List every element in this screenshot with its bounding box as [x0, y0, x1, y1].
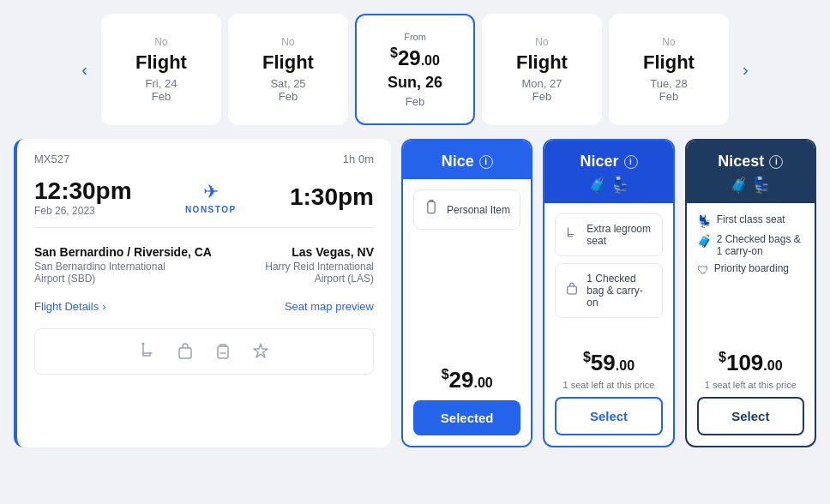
date-label: Tue, 28Feb [650, 77, 688, 103]
nice-feature-box: Personal Item [413, 189, 520, 230]
personal-item-text: Personal Item [447, 204, 510, 216]
month-label: Feb [406, 95, 424, 108]
nonstop-label: NONSTOP [185, 205, 237, 214]
prev-date-arrow[interactable]: ‹ [75, 53, 94, 87]
nicest-price-area: $109.00 1 seat left at this price Select [687, 343, 815, 446]
svg-rect-3 [428, 201, 435, 213]
nice-info-badge[interactable]: i [479, 155, 493, 169]
next-date-arrow[interactable]: › [736, 53, 755, 87]
flight-details-link[interactable]: Flight Details › [34, 300, 105, 313]
date-label: Fri, 24Feb [146, 77, 177, 103]
flight-label: Flight [643, 51, 695, 74]
nicest-bags: 🧳 2 Checked bags & 1 carry-on [697, 233, 804, 257]
nicest-firstclass: 💺 First class seat [697, 213, 804, 228]
nicer-icons: 🧳 💺 [588, 176, 629, 195]
flight-times: 12:30pm Feb 26, 2023 ✈ NONSTOP 1:30pm [34, 177, 374, 217]
origin-info: San Bernardino / Riverside, CA San Berna… [34, 245, 212, 285]
nicer-bag-box: 1 Checked bag & carry-on [555, 263, 662, 318]
origin-airport: San Bernardino International Airport (SB… [34, 261, 171, 285]
svg-rect-4 [568, 286, 577, 294]
svg-point-0 [142, 343, 145, 345]
carry-on-icon [208, 336, 238, 367]
date-label: Sat, 25Feb [270, 77, 305, 103]
nicest-priority: 🛡 Priority boarding [697, 262, 804, 277]
bags-icon: 🧳 [697, 234, 712, 248]
price-from-label: From [404, 32, 426, 42]
dest-info: Las Vegas, NV Harry Reid International A… [237, 245, 374, 285]
depart-date: Feb 26, 2023 [34, 205, 132, 217]
date-big: Sun, 26 [388, 74, 442, 92]
date-card-tue28[interactable]: No Flight Tue, 28Feb [609, 14, 729, 125]
svg-rect-1 [179, 348, 191, 358]
no-flight-label: No [535, 36, 548, 48]
dest-airport: Harry Reid International Airport (LAS) [237, 261, 374, 285]
nice-price: $29.00 [442, 367, 493, 393]
flight-label: Flight [516, 51, 568, 74]
nicest-features-list: 💺 First class seat 🧳 2 Checked bags & 1 … [697, 213, 804, 277]
nicer-title: Nicer i [580, 153, 637, 171]
arrive-block: 1:30pm [290, 183, 374, 211]
nicer-price: $59.00 [583, 350, 635, 376]
nicest-select-button[interactable]: Select [697, 397, 804, 435]
flight-links-row: Flight Details › Seat map preview [34, 300, 374, 313]
nicer-header: Nicer i 🧳 💺 [544, 141, 672, 203]
nicest-title: Nicest i [718, 153, 783, 171]
nice-title: Nice i [442, 153, 493, 171]
priority-board-icon: 🛡 [697, 263, 709, 277]
nicest-icons: 🧳 💺 [730, 176, 771, 195]
nicer-body: Extra legroom seat 1 Checked bag & carry… [544, 203, 672, 343]
nicer-select-button[interactable]: Select [555, 397, 662, 435]
date-card-fri24[interactable]: No Flight Fri, 24Feb [101, 14, 221, 125]
nicest-seats-left: 1 seat left at this price [705, 380, 797, 390]
nicer-seats-left: 1 seat left at this price [562, 380, 654, 390]
nicest-header: Nicest i 🧳 💺 [687, 141, 815, 203]
legroom-icon [564, 225, 580, 245]
flight-header: MX527 1h 0m [34, 153, 374, 165]
no-flight-label: No [281, 36, 294, 48]
fare-card-nicest: Nicest i 🧳 💺 💺 First class seat 🧳 2 [685, 139, 816, 447]
nicest-price: $109.00 [719, 350, 783, 376]
legroom-text: Extra legroom seat [586, 223, 653, 247]
nicest-body: 💺 First class seat 🧳 2 Checked bags & 1 … [687, 203, 815, 343]
amenities-row [34, 328, 374, 375]
date-card-mon27[interactable]: No Flight Mon, 27Feb [482, 14, 602, 125]
flight-label: Flight [262, 51, 314, 74]
origin-city: San Bernardino / Riverside, CA [34, 245, 212, 259]
nice-price-area: $29.00 Selected [403, 311, 531, 447]
no-flight-label: No [154, 36, 167, 48]
personal-item-icon [423, 199, 440, 220]
nice-body: Personal Item [403, 179, 531, 311]
price-main: $29.00 [390, 45, 440, 70]
plane-icon: ✈ [203, 181, 219, 203]
nicest-info-badge[interactable]: i [769, 155, 783, 169]
date-label: Mon, 27Feb [522, 77, 562, 103]
nice-select-button[interactable]: Selected [413, 400, 520, 435]
fare-card-nicer: Nicer i 🧳 💺 Extra legroom seat [543, 139, 674, 447]
checked-bag-icon [564, 281, 580, 301]
nicer-info-badge[interactable]: i [624, 155, 638, 169]
fare-cards-area: Nice i Personal Item $29.00 [401, 139, 816, 447]
depart-block: 12:30pm Feb 26, 2023 [34, 177, 132, 217]
date-card-sat25[interactable]: No Flight Sat, 25Feb [228, 14, 348, 125]
seat-map-link[interactable]: Seat map preview [285, 300, 374, 313]
depart-time: 12:30pm [34, 177, 132, 205]
flight-duration: 1h 0m [343, 153, 374, 165]
bag-icon [170, 336, 201, 367]
priority-icon [245, 336, 276, 367]
date-card-sun26[interactable]: From $29.00 Sun, 26 Feb [355, 14, 475, 125]
nicer-price-area: $59.00 1 seat left at this price Select [544, 343, 672, 446]
fare-card-nice: Nice i Personal Item $29.00 [401, 139, 532, 447]
nice-header: Nice i [403, 141, 531, 179]
flight-info-panel: MX527 1h 0m 12:30pm Feb 26, 2023 ✈ NONST… [14, 139, 391, 447]
flight-label: Flight [135, 51, 187, 74]
firstclass-icon: 💺 [697, 214, 712, 228]
seat-icon [132, 336, 163, 367]
divider [34, 227, 374, 228]
checked-bag-text: 1 Checked bag & carry-on [586, 273, 653, 309]
dest-city: Las Vegas, NV [237, 245, 374, 259]
flight-code: MX527 [34, 153, 69, 165]
airports-row: San Bernardino / Riverside, CA San Berna… [34, 245, 374, 285]
svg-rect-2 [218, 346, 228, 358]
main-content-area: MX527 1h 0m 12:30pm Feb 26, 2023 ✈ NONST… [14, 139, 816, 447]
nicer-legroom-box: Extra legroom seat [555, 213, 662, 256]
